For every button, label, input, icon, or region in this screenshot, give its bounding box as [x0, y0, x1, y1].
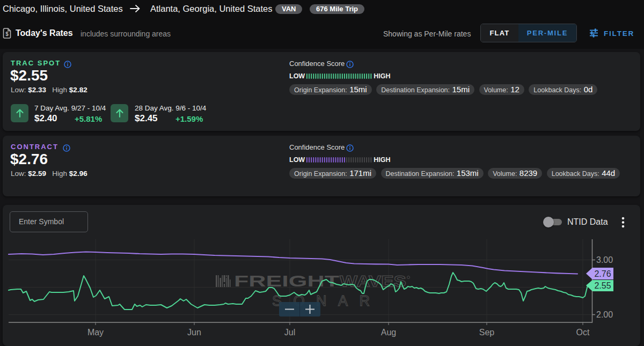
svg-text:2.76: 2.76	[594, 269, 611, 278]
svg-text:May: May	[87, 328, 104, 337]
svg-text:Sep: Sep	[479, 328, 495, 337]
svg-text:Aug: Aug	[381, 328, 396, 337]
svg-text:Oct: Oct	[576, 328, 590, 337]
svg-text:2.00: 2.00	[596, 310, 613, 319]
svg-text:$: $	[5, 31, 9, 37]
svg-text:2.55: 2.55	[594, 281, 611, 290]
svg-text:3.00: 3.00	[596, 255, 613, 264]
svg-text:WAVES: WAVES	[340, 272, 406, 290]
svg-text:Jun: Jun	[187, 328, 201, 337]
svg-text:Jul: Jul	[284, 328, 295, 337]
